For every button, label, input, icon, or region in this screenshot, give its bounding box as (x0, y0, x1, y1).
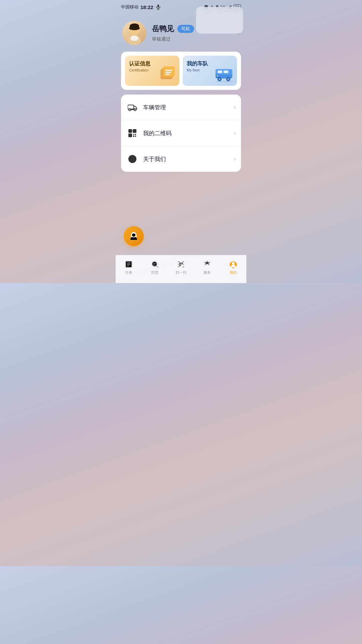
svg-rect-25 (216, 81, 233, 82)
certification-card[interactable]: 认证信息 Certification (125, 56, 179, 86)
carrier-label: 中国移动 (121, 4, 138, 10)
scan-icon (177, 260, 185, 269)
svg-rect-31 (129, 130, 131, 132)
svg-rect-12 (165, 70, 173, 71)
notification-card (196, 7, 243, 34)
qrcode-icon (126, 127, 138, 139)
svg-point-7 (129, 26, 140, 30)
menu-item-vehicle[interactable]: 车辆管理 › (121, 95, 241, 120)
vehicle-label: 车辆管理 (143, 104, 234, 111)
svg-point-42 (132, 157, 133, 157)
svg-rect-45 (131, 235, 132, 237)
svg-point-8 (130, 36, 138, 41)
svg-rect-56 (179, 263, 181, 264)
svg-line-52 (157, 266, 159, 268)
svg-rect-46 (135, 235, 137, 237)
tab-item-service[interactable]: 服务 (194, 260, 220, 275)
svg-point-22 (227, 78, 229, 80)
svg-rect-54 (153, 265, 155, 265)
certification-icon (159, 64, 177, 84)
service-icon (203, 260, 212, 269)
svg-rect-36 (133, 134, 134, 135)
svg-rect-24 (217, 75, 218, 76)
status-left: 中国移动 18:22 (121, 4, 161, 10)
cards-container: 认证信息 Certification 我的车队 My fleet (121, 52, 241, 90)
svg-rect-39 (135, 136, 136, 137)
svg-rect-33 (134, 130, 135, 132)
svg-point-60 (232, 262, 235, 265)
mine-tab-label: 我的 (230, 270, 237, 275)
vehicle-arrow: › (234, 104, 236, 110)
menu-item-qrcode[interactable]: 我的二维码 › (121, 120, 241, 146)
info-icon (126, 153, 138, 165)
time-label: 18:22 (140, 4, 153, 10)
svg-point-27 (129, 109, 131, 111)
search-cargo-icon (150, 260, 159, 269)
svg-rect-26 (128, 105, 134, 109)
driver-badge: 司机 (177, 25, 194, 33)
profile-name: 岳鸭见 (152, 24, 174, 34)
tab-item-tasks[interactable]: 任务 (116, 260, 142, 275)
float-support-button[interactable] (124, 226, 144, 246)
svg-rect-57 (181, 263, 183, 264)
svg-rect-35 (129, 135, 131, 136)
tab-item-search[interactable]: 找货 (142, 260, 168, 275)
svg-rect-58 (179, 265, 181, 266)
fleet-card[interactable]: 我的车队 My fleet (183, 56, 237, 86)
svg-rect-53 (153, 263, 156, 264)
search-tab-label: 找货 (151, 270, 159, 275)
tab-bar: 任务 找货 扫一扫 (116, 255, 246, 283)
svg-rect-37 (135, 134, 136, 135)
svg-rect-18 (224, 70, 228, 73)
support-icon (129, 231, 139, 241)
truck-icon (126, 101, 138, 113)
svg-point-20 (219, 78, 221, 80)
qrcode-arrow: › (234, 130, 236, 136)
svg-rect-38 (133, 136, 134, 137)
profile-status: 审核通过 (152, 36, 171, 42)
tasks-icon (124, 260, 133, 269)
menu-container: 车辆管理 › 我的二维码 › (121, 95, 241, 172)
svg-rect-11 (163, 66, 175, 76)
svg-rect-14 (165, 74, 170, 75)
service-tab-label: 服务 (203, 270, 211, 275)
tab-item-mine[interactable]: 我的 (220, 260, 246, 275)
avatar-figure-icon (122, 21, 146, 45)
tasks-tab-label: 任务 (125, 270, 132, 275)
about-arrow: › (234, 156, 236, 162)
scan-tab-label: 扫一扫 (176, 270, 187, 275)
svg-rect-17 (218, 70, 222, 73)
qrcode-label: 我的二维码 (143, 129, 234, 137)
svg-point-28 (134, 109, 136, 111)
voice-icon (155, 4, 161, 10)
svg-rect-13 (165, 72, 171, 73)
tab-item-scan[interactable]: 扫一扫 (168, 260, 194, 275)
mine-icon (229, 260, 238, 269)
about-label: 关于我们 (143, 155, 234, 163)
menu-item-about[interactable]: 关于我们 › (121, 146, 241, 172)
fleet-icon (214, 64, 234, 84)
avatar[interactable] (122, 21, 146, 45)
